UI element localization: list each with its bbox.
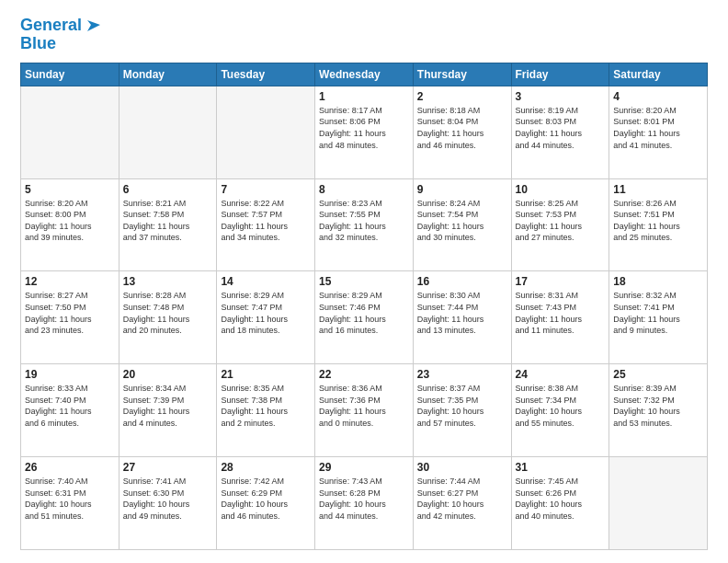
calendar-cell: 3Sunrise: 8:19 AMSunset: 8:03 PMDaylight… <box>511 86 609 178</box>
day-info: Sunrise: 8:22 AMSunset: 7:57 PMDaylight:… <box>221 198 311 244</box>
day-info: Sunrise: 8:36 AMSunset: 7:36 PMDaylight:… <box>319 383 409 429</box>
calendar-cell: 14Sunrise: 8:29 AMSunset: 7:47 PMDayligh… <box>217 271 315 364</box>
day-info: Sunrise: 8:24 AMSunset: 7:54 PMDaylight:… <box>417 198 507 244</box>
day-info: Sunrise: 8:39 AMSunset: 7:32 PMDaylight:… <box>613 383 703 429</box>
calendar-cell: 6Sunrise: 8:21 AMSunset: 7:58 PMDaylight… <box>119 178 217 271</box>
day-info: Sunrise: 7:45 AMSunset: 6:26 PMDaylight:… <box>516 476 606 522</box>
calendar-cell <box>119 86 217 178</box>
day-info: Sunrise: 8:17 AMSunset: 8:06 PMDaylight:… <box>319 105 409 151</box>
calendar-cell <box>217 86 315 178</box>
day-info: Sunrise: 8:20 AMSunset: 8:01 PMDaylight:… <box>613 105 703 151</box>
col-header-thursday: Thursday <box>413 63 511 86</box>
day-info: Sunrise: 7:42 AMSunset: 6:29 PMDaylight:… <box>221 476 311 522</box>
day-number: 25 <box>613 368 703 381</box>
week-row-5: 26Sunrise: 7:40 AMSunset: 6:31 PMDayligh… <box>21 457 708 550</box>
day-number: 17 <box>516 275 606 288</box>
calendar-cell: 4Sunrise: 8:20 AMSunset: 8:01 PMDaylight… <box>609 86 708 178</box>
calendar-header-row: SundayMondayTuesdayWednesdayThursdayFrid… <box>21 63 708 86</box>
day-number: 22 <box>319 368 409 381</box>
week-row-2: 5Sunrise: 8:20 AMSunset: 8:00 PMDaylight… <box>21 178 708 271</box>
calendar-cell: 20Sunrise: 8:34 AMSunset: 7:39 PMDayligh… <box>119 364 217 457</box>
day-info: Sunrise: 8:38 AMSunset: 7:34 PMDaylight:… <box>516 383 606 429</box>
day-info: Sunrise: 8:26 AMSunset: 7:51 PMDaylight:… <box>613 198 703 244</box>
logo-text-line1: General <box>20 17 82 35</box>
day-number: 28 <box>221 461 311 474</box>
calendar-cell: 15Sunrise: 8:29 AMSunset: 7:46 PMDayligh… <box>315 271 414 364</box>
day-number: 21 <box>221 368 311 381</box>
day-number: 9 <box>417 183 507 196</box>
calendar-cell: 5Sunrise: 8:20 AMSunset: 8:00 PMDaylight… <box>21 178 119 271</box>
calendar-cell: 1Sunrise: 8:17 AMSunset: 8:06 PMDaylight… <box>315 86 414 178</box>
calendar-cell: 9Sunrise: 8:24 AMSunset: 7:54 PMDaylight… <box>413 178 511 271</box>
day-number: 1 <box>319 90 409 103</box>
day-info: Sunrise: 8:29 AMSunset: 7:47 PMDaylight:… <box>221 290 311 336</box>
week-row-3: 12Sunrise: 8:27 AMSunset: 7:50 PMDayligh… <box>21 271 708 364</box>
day-number: 18 <box>613 275 703 288</box>
day-info: Sunrise: 8:23 AMSunset: 7:55 PMDaylight:… <box>319 198 409 244</box>
day-info: Sunrise: 8:28 AMSunset: 7:48 PMDaylight:… <box>123 290 213 336</box>
calendar-cell: 12Sunrise: 8:27 AMSunset: 7:50 PMDayligh… <box>21 271 119 364</box>
day-info: Sunrise: 8:19 AMSunset: 8:03 PMDaylight:… <box>516 105 606 151</box>
day-number: 29 <box>319 461 409 474</box>
calendar-cell <box>609 457 708 550</box>
day-number: 30 <box>417 461 507 474</box>
calendar-cell: 24Sunrise: 8:38 AMSunset: 7:34 PMDayligh… <box>511 364 609 457</box>
logo: General Blue <box>20 17 104 53</box>
day-info: Sunrise: 8:37 AMSunset: 7:35 PMDaylight:… <box>417 383 507 429</box>
day-number: 6 <box>123 183 213 196</box>
calendar-cell: 17Sunrise: 8:31 AMSunset: 7:43 PMDayligh… <box>511 271 609 364</box>
calendar-cell: 18Sunrise: 8:32 AMSunset: 7:41 PMDayligh… <box>609 271 708 364</box>
day-info: Sunrise: 7:40 AMSunset: 6:31 PMDaylight:… <box>25 476 115 522</box>
calendar-cell: 10Sunrise: 8:25 AMSunset: 7:53 PMDayligh… <box>511 178 609 271</box>
col-header-tuesday: Tuesday <box>217 63 315 86</box>
day-number: 19 <box>25 368 115 381</box>
day-number: 3 <box>516 90 606 103</box>
day-info: Sunrise: 8:20 AMSunset: 8:00 PMDaylight:… <box>25 198 115 244</box>
day-number: 31 <box>516 461 606 474</box>
day-info: Sunrise: 7:41 AMSunset: 6:30 PMDaylight:… <box>123 476 213 522</box>
day-info: Sunrise: 8:21 AMSunset: 7:58 PMDaylight:… <box>123 198 213 244</box>
day-info: Sunrise: 8:27 AMSunset: 7:50 PMDaylight:… <box>25 290 115 336</box>
logo-arrow-icon <box>84 15 104 35</box>
day-number: 5 <box>25 183 115 196</box>
day-number: 16 <box>417 275 507 288</box>
day-info: Sunrise: 8:29 AMSunset: 7:46 PMDaylight:… <box>319 290 409 336</box>
calendar-cell: 2Sunrise: 8:18 AMSunset: 8:04 PMDaylight… <box>413 86 511 178</box>
col-header-saturday: Saturday <box>609 63 708 86</box>
calendar-cell: 11Sunrise: 8:26 AMSunset: 7:51 PMDayligh… <box>609 178 708 271</box>
day-info: Sunrise: 8:30 AMSunset: 7:44 PMDaylight:… <box>417 290 507 336</box>
calendar-cell: 8Sunrise: 8:23 AMSunset: 7:55 PMDaylight… <box>315 178 414 271</box>
calendar-cell: 27Sunrise: 7:41 AMSunset: 6:30 PMDayligh… <box>119 457 217 550</box>
day-number: 27 <box>123 461 213 474</box>
calendar-table: SundayMondayTuesdayWednesdayThursdayFrid… <box>20 63 708 550</box>
day-number: 13 <box>123 275 213 288</box>
day-info: Sunrise: 8:35 AMSunset: 7:38 PMDaylight:… <box>221 383 311 429</box>
day-number: 11 <box>613 183 703 196</box>
day-number: 4 <box>613 90 703 103</box>
calendar-cell: 25Sunrise: 8:39 AMSunset: 7:32 PMDayligh… <box>609 364 708 457</box>
day-number: 14 <box>221 275 311 288</box>
day-number: 12 <box>25 275 115 288</box>
day-number: 24 <box>516 368 606 381</box>
day-info: Sunrise: 8:32 AMSunset: 7:41 PMDaylight:… <box>613 290 703 336</box>
svg-marker-0 <box>87 20 100 31</box>
col-header-monday: Monday <box>119 63 217 86</box>
calendar-cell: 29Sunrise: 7:43 AMSunset: 6:28 PMDayligh… <box>315 457 414 550</box>
day-number: 26 <box>25 461 115 474</box>
calendar-cell: 19Sunrise: 8:33 AMSunset: 7:40 PMDayligh… <box>21 364 119 457</box>
calendar-cell: 22Sunrise: 8:36 AMSunset: 7:36 PMDayligh… <box>315 364 414 457</box>
week-row-4: 19Sunrise: 8:33 AMSunset: 7:40 PMDayligh… <box>21 364 708 457</box>
page-header: General Blue <box>20 17 708 53</box>
col-header-sunday: Sunday <box>21 63 119 86</box>
week-row-1: 1Sunrise: 8:17 AMSunset: 8:06 PMDaylight… <box>21 86 708 178</box>
calendar-cell: 28Sunrise: 7:42 AMSunset: 6:29 PMDayligh… <box>217 457 315 550</box>
day-number: 8 <box>319 183 409 196</box>
calendar-cell: 21Sunrise: 8:35 AMSunset: 7:38 PMDayligh… <box>217 364 315 457</box>
day-number: 23 <box>417 368 507 381</box>
day-info: Sunrise: 7:43 AMSunset: 6:28 PMDaylight:… <box>319 476 409 522</box>
calendar-cell: 7Sunrise: 8:22 AMSunset: 7:57 PMDaylight… <box>217 178 315 271</box>
day-info: Sunrise: 7:44 AMSunset: 6:27 PMDaylight:… <box>417 476 507 522</box>
day-info: Sunrise: 8:34 AMSunset: 7:39 PMDaylight:… <box>123 383 213 429</box>
logo-text-line2: Blue <box>20 35 104 53</box>
calendar-cell: 23Sunrise: 8:37 AMSunset: 7:35 PMDayligh… <box>413 364 511 457</box>
